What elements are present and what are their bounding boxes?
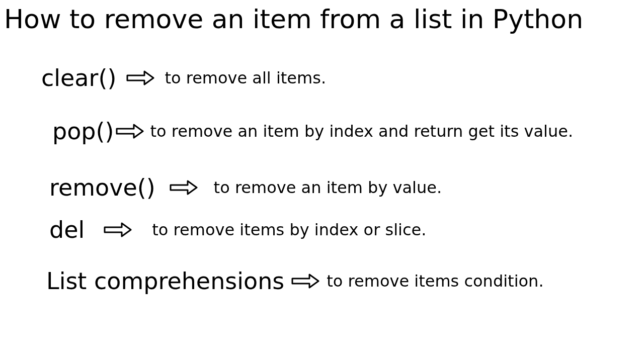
method-name-remove: remove() xyxy=(49,174,155,201)
list-item: remove() to remove an item by value. xyxy=(0,174,644,201)
list-item: del to remove items by index or slice. xyxy=(0,216,644,243)
method-description: to remove items condition. xyxy=(327,272,543,291)
methods-list: clear() to remove all items. pop() to re… xyxy=(0,34,644,295)
list-item: pop() to remove an item by index and ret… xyxy=(0,118,644,145)
list-item: List comprehensions to remove items cond… xyxy=(0,267,644,295)
method-name-del: del xyxy=(49,216,94,243)
method-name-clear: clear() xyxy=(41,64,116,92)
method-description: to remove items by index or slice. xyxy=(142,220,426,239)
method-name-pop: pop() xyxy=(52,118,114,145)
arrow-right-icon xyxy=(291,273,319,289)
method-name-list-comprehensions: List comprehensions xyxy=(46,267,284,295)
arrow-right-icon xyxy=(116,123,144,139)
method-description: to remove an item by index and return ge… xyxy=(150,122,573,141)
arrow-right-icon xyxy=(170,179,198,196)
arrow-right-icon xyxy=(126,70,154,86)
list-item: clear() to remove all items. xyxy=(0,64,644,92)
method-description: to remove an item by value. xyxy=(214,178,442,197)
arrow-right-icon xyxy=(104,222,132,238)
method-description: to remove all items. xyxy=(165,68,326,87)
page-title: How to remove an item from a list in Pyt… xyxy=(0,0,644,34)
